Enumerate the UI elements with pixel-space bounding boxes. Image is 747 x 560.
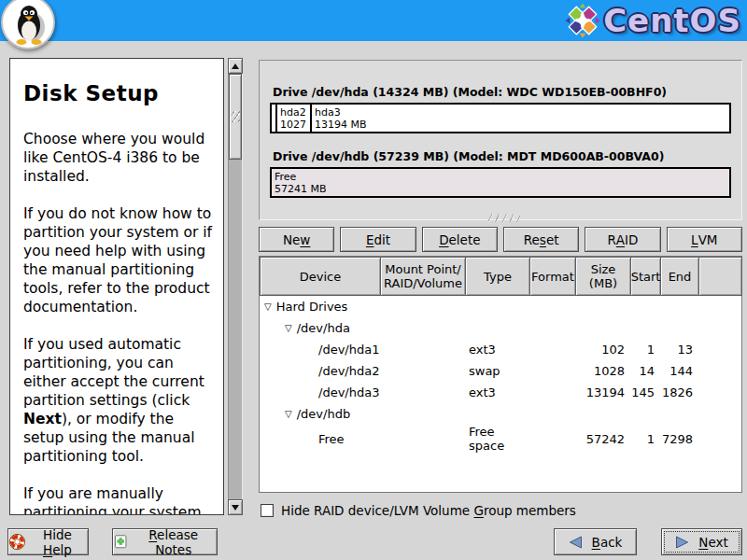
cell-device: /dev/hda xyxy=(297,321,350,335)
cell-device: Hard Drives xyxy=(276,300,348,314)
cell-type: ext3 xyxy=(465,343,529,357)
header-type[interactable]: Type xyxy=(465,257,530,296)
raid-button[interactable]: RAID xyxy=(585,227,660,252)
next-arrow-icon xyxy=(675,536,689,549)
cell-size: 57242 xyxy=(575,432,630,446)
drive-hdb-label: Drive /dev/hdb (57239 MB) (Model: MDT MD… xyxy=(273,149,731,163)
table-body: ▽Hard Drives ▽/dev/hda /dev/ xyxy=(260,296,741,492)
segment-name: hda2 xyxy=(280,106,310,119)
delete-button[interactable]: Delete xyxy=(422,227,498,252)
back-label: Back xyxy=(592,535,623,550)
cell-device: Free xyxy=(318,432,345,446)
table-row-hard-drives[interactable]: ▽Hard Drives xyxy=(260,296,741,317)
drive-hda-label: Drive /dev/hda (14324 MB) (Model: WDC WD… xyxy=(273,85,731,99)
partition-segment-hda2[interactable]: hda2 1027 M xyxy=(277,105,312,132)
grip-icon xyxy=(232,111,240,122)
cell-start: 14 xyxy=(630,364,660,378)
next-button[interactable]: Next xyxy=(661,528,742,555)
help-paragraph: If you are manually partitioning your sy… xyxy=(23,484,212,515)
segment-size: 57241 MB xyxy=(275,183,729,195)
help-scrollbar[interactable] xyxy=(228,58,243,515)
reset-button[interactable]: Reset xyxy=(503,227,579,252)
cell-device: /dev/hdb xyxy=(297,407,350,421)
hide-help-label: Hide Help xyxy=(27,527,88,557)
scrollbar-thumb[interactable] xyxy=(229,74,242,160)
next-label: Next xyxy=(698,535,727,550)
cell-end: 13 xyxy=(660,343,698,357)
drive-hda-bar: hda2 1027 M hda3 13194 MB xyxy=(270,103,731,133)
edit-button[interactable]: Edit xyxy=(340,227,416,252)
help-text: If you used automatic partitioning, you … xyxy=(23,336,204,409)
cell-start: 145 xyxy=(630,385,660,399)
cell-end: 7298 xyxy=(660,432,698,446)
table-row-hdb[interactable]: ▽/dev/hdb xyxy=(260,403,741,425)
back-arrow-icon xyxy=(569,536,583,549)
cell-start: 1 xyxy=(630,432,660,446)
cell-size: 1028 xyxy=(575,364,630,378)
cell-device: /dev/hda1 xyxy=(318,343,379,357)
drive-hdb-bar: Free 57241 MB xyxy=(270,167,731,198)
cell-device: /dev/hda2 xyxy=(318,364,379,378)
header-banner: CentOS xyxy=(0,0,747,41)
lvm-button[interactable]: LVM xyxy=(667,227,742,252)
cell-end: 1826 xyxy=(660,385,698,399)
header-mount-point[interactable]: Mount Point/ RAID/Volume xyxy=(380,257,466,296)
hide-help-button[interactable]: Hide Help xyxy=(7,528,89,555)
cell-size: 102 xyxy=(575,343,630,357)
help-paragraph: If you do not know how to partition your… xyxy=(23,204,212,316)
free-space-segment[interactable]: Free 57241 MB xyxy=(272,169,729,196)
header-filler xyxy=(698,257,742,296)
expander-icon[interactable]: ▽ xyxy=(285,324,292,333)
help-text-bold: Next xyxy=(23,411,62,427)
cell-end: 144 xyxy=(660,364,698,378)
table-header-row: Device Mount Point/ RAID/Volume Type For… xyxy=(260,257,741,296)
arrow-up-icon xyxy=(232,63,239,69)
partition-toolbar: New Edit Delete Reset RAID LVM xyxy=(259,227,742,252)
cell-start: 1 xyxy=(630,343,660,357)
header-start[interactable]: Start xyxy=(630,257,661,296)
cell-type: Free space xyxy=(465,425,529,453)
partition-table: Device Mount Point/ RAID/Volume Type For… xyxy=(259,256,742,493)
partition-segment-hda3[interactable]: hda3 13194 MB xyxy=(312,105,729,132)
scroll-down-button[interactable] xyxy=(228,499,243,515)
table-row-hda1[interactable]: /dev/hda1 ext3 102 1 13 xyxy=(260,339,741,360)
table-row-free[interactable]: Free Free space 57242 1 7298 xyxy=(260,425,741,446)
brand-lockup: CentOS xyxy=(565,2,741,39)
scrollbar-trough[interactable] xyxy=(228,74,243,499)
header-end[interactable]: End xyxy=(660,257,699,296)
back-button[interactable]: Back xyxy=(554,528,637,555)
installer-window: CentOS Disk Setup Choose where you would… xyxy=(0,0,747,560)
cell-type: swap xyxy=(465,364,529,378)
life-ring-icon xyxy=(8,533,26,551)
release-notes-button[interactable]: Release Notes xyxy=(112,528,218,555)
release-notes-icon xyxy=(113,534,128,550)
expander-icon[interactable]: ▽ xyxy=(285,410,292,419)
help-paragraph: If you used automatic partitioning, you … xyxy=(23,335,212,466)
hide-raid-option[interactable]: Hide RAID device/LVM Volume Group member… xyxy=(261,503,576,518)
release-notes-label: Release Notes xyxy=(130,527,217,557)
drives-panel: Drive /dev/hda (14324 MB) (Model: WDC WD… xyxy=(259,60,742,220)
page-title: Disk Setup xyxy=(23,81,212,105)
table-row-hda2[interactable]: /dev/hda2 swap 1028 14 144 xyxy=(260,360,741,382)
table-row-hda[interactable]: ▽/dev/hda xyxy=(260,317,741,339)
hide-raid-checkbox[interactable] xyxy=(261,504,274,517)
new-button[interactable]: New xyxy=(259,227,334,252)
table-row-hda3[interactable]: /dev/hda3 ext3 13194 145 1826 xyxy=(260,382,741,403)
hide-raid-label: Hide RAID device/LVM Volume Group member… xyxy=(281,503,576,518)
header-size[interactable]: Size (MB) xyxy=(575,257,631,296)
pane-resize-handle[interactable] xyxy=(488,214,520,222)
header-device[interactable]: Device xyxy=(260,257,381,296)
segment-name: hda3 xyxy=(315,106,729,119)
scroll-up-button[interactable] xyxy=(228,58,243,74)
centos-logo-icon xyxy=(565,2,600,39)
arrow-down-icon xyxy=(232,505,239,511)
brand-name: CentOS xyxy=(603,2,741,39)
expander-icon[interactable]: ▽ xyxy=(264,302,272,312)
header-format[interactable]: Format xyxy=(529,257,576,296)
cell-size: 13194 xyxy=(575,385,630,399)
help-paragraph: Choose where you would like CentOS-4 i38… xyxy=(23,130,212,186)
tux-logo-icon xyxy=(1,0,55,49)
segment-name: Free xyxy=(275,171,729,183)
cell-type: ext3 xyxy=(465,385,529,399)
cell-device: /dev/hda3 xyxy=(318,385,379,399)
